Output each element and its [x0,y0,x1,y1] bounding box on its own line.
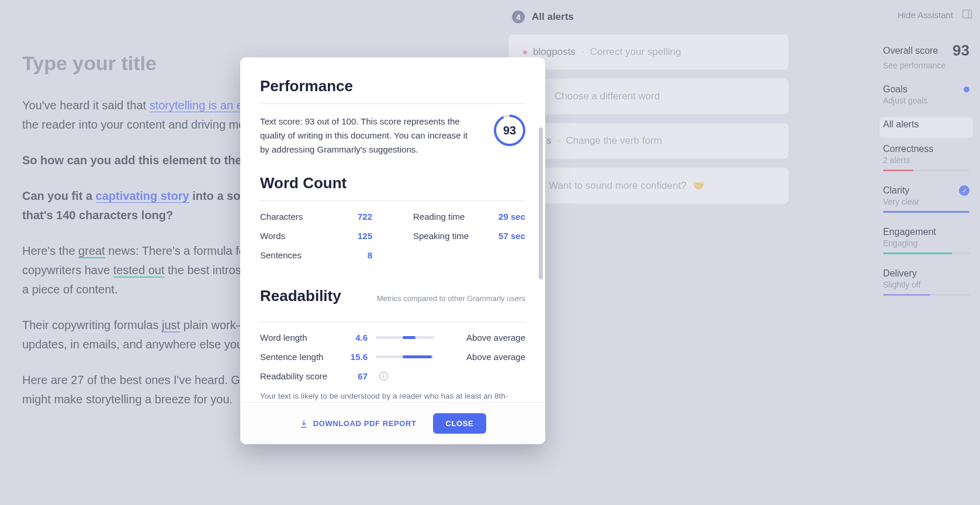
rd-word-length-bar [376,336,434,339]
performance-description: Text score: 93 out of 100. This score re… [260,115,479,157]
divider [260,200,525,201]
wc-words-value: 125 [358,231,372,241]
rd-sentence-length-value: 15.6 [344,352,368,362]
performance-modal: Performance Text score: 93 out of 100. T… [240,57,545,444]
info-icon[interactable]: i [379,372,388,381]
readability-sub: Metrics compared to other Grammarly user… [377,294,525,303]
performance-heading: Performance [260,77,525,95]
readability-heading: Readability [260,287,341,305]
score-circle: 93 [494,115,525,146]
divider [260,321,525,322]
download-icon [299,419,309,428]
wc-reading-value: 29 sec [498,212,525,222]
rd-score-label: Readability score [260,371,336,381]
rd-score-value: 67 [344,371,368,381]
wc-characters-value: 722 [358,212,372,222]
rd-word-length-label: Word length [260,333,336,343]
download-pdf-button[interactable]: DOWNLOAD PDF REPORT [299,419,417,428]
word-count-heading: Word Count [260,174,525,192]
scrollbar-thumb[interactable] [539,127,543,279]
readability-explain: Your text is likely to be understood by … [260,390,525,402]
close-button[interactable]: CLOSE [433,413,487,434]
rd-sentence-length-label: Sentence length [260,352,336,362]
rd-sentence-length-bar [376,355,434,358]
wc-speaking-value: 57 sec [498,231,525,241]
rd-word-length-desc: Above average [442,333,525,343]
wc-characters-label: Characters [260,212,303,222]
wc-sentences-value: 8 [368,250,372,260]
modal-footer: DOWNLOAD PDF REPORT CLOSE [240,402,545,444]
rd-sentence-length-desc: Above average [442,352,525,362]
wc-sentences-label: Sentences [260,250,302,260]
divider [260,103,525,104]
wc-reading-label: Reading time [413,212,465,222]
wc-speaking-label: Speaking time [413,231,469,241]
score-value: 93 [503,124,516,137]
rd-word-length-value: 4.6 [344,333,368,343]
wc-words-label: Words [260,231,285,241]
